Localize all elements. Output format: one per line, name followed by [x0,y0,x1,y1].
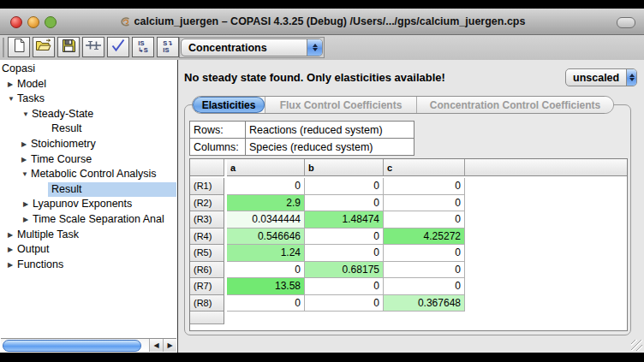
matrix-row-header: (R5) [190,245,224,262]
chevron-right-icon[interactable]: ▶ [8,258,17,273]
table-row: 0.54664604.25272 [227,228,465,246]
matrix-cell: 0 [305,228,384,246]
matrix-row-header: (R1) [190,178,224,195]
chevron-down-icon[interactable]: ▼ [21,167,31,182]
matrix-cell: 0 [384,245,465,262]
sidebar-item-time-course[interactable]: ▶Time Course [0,152,177,168]
sidebar-horizontal-scrollbar[interactable]: ◀ ▶ [1,338,176,352]
sidebar-item-label: Time Course [31,153,92,165]
is-to-s-button[interactable]: IS↳S [132,37,154,57]
chevron-right-icon[interactable]: ▶ [8,228,17,243]
elasticities-matrix: abc (R1)(R2)(R3)(R4)(R5)(R6)(R7)(R8) 000… [189,158,628,331]
matrix-cell: 0.68175 [305,262,384,279]
sidebar-item-copasi[interactable]: Copasi [0,62,177,77]
status-message: No steady state found. Only elasticities… [184,71,445,84]
matrix-cell: 0 [384,262,465,279]
tab-concentration-control-coefficients[interactable]: Concentration Control Coefficients [416,97,613,113]
rows-label: Rows: [190,122,246,139]
chevron-right-icon[interactable]: ▶ [21,152,31,168]
chevron-right-icon[interactable]: ▶ [21,137,31,152]
matrix-cell: 2.9 [227,195,305,212]
sidebar-item-multiple-task[interactable]: ▶Multiple Task [0,228,177,243]
scrollbar-thumb[interactable] [3,340,141,352]
stepper-arrows-icon[interactable] [626,69,636,86]
window-title: calcium_juergen – COPASI 4.3.25 (Debug) … [69,9,575,34]
matrix-row-header-filler [190,312,224,324]
matrix-cell: 0.367648 [384,295,465,312]
s-to-is-button[interactable]: S↴IS [157,37,179,57]
s-to-is-icon: S↴IS [163,40,172,54]
navigation-sidebar: Copasi▶Model▼Tasks▼Steady-StateResult▶St… [0,60,178,353]
matrix-row-header: (R6) [190,262,224,279]
minimize-button[interactable] [27,16,39,28]
columns-label: Columns: [190,139,246,156]
close-button[interactable] [10,16,22,28]
matrix-cell: 0.0344444 [227,211,305,228]
matrix-row-header: (R7) [190,278,224,295]
sidebar-item-stoichiometry[interactable]: ▶Stoichiometry [0,137,177,152]
scroll-right-arrow-icon[interactable]: ▶ [163,339,176,352]
sidebar-item-result[interactable]: Result [0,182,177,198]
sidebar-item-time-scale-separation-anal[interactable]: ▶Time Scale Separation Anal [0,212,177,228]
commit-button[interactable] [107,37,129,57]
main-content: No steady state found. Only elasticities… [178,60,644,353]
sidebar-item-tasks[interactable]: ▼Tasks [0,92,177,107]
scale-select-dropdown[interactable]: unscaled [565,68,637,86]
window-title-text: calcium_juergen – COPASI 4.3.25 (Debug) … [134,15,526,27]
sidebar-item-steady-state[interactable]: ▼Steady-State [0,107,177,122]
matrix-cell: 0 [384,195,465,212]
sidebar-item-label: Multiple Task [17,228,79,240]
titlebar: calcium_juergen – COPASI 4.3.25 (Debug) … [0,9,644,35]
matrix-cell: 0.546646 [227,228,305,246]
matrix-cell: 0 [305,178,384,195]
tab-flux-control-coefficients[interactable]: Flux Control Coefficients [265,97,416,113]
sidebar-item-label: Functions [17,258,63,270]
is-to-s-icon: IS↳S [138,40,147,54]
matrix-cell: 0 [384,211,465,228]
matrix-cell: 0 [305,278,384,295]
sidebar-item-model[interactable]: ▶Model [0,77,177,92]
matrix-cell: 0 [227,178,305,195]
sidebar-item-label: Stoichiometry [31,138,96,150]
new-file-button[interactable] [8,37,30,57]
matrix-row-header: (R2) [190,195,224,212]
toolbar: IS↳SS↴IS Concentrations [0,35,644,61]
tab-elasticities[interactable]: Elasticities [193,97,265,113]
chevron-down-icon[interactable]: ▼ [8,92,17,107]
chevron-right-icon[interactable]: ▶ [23,197,33,212]
scroll-left-arrow-icon[interactable]: ◀ [149,339,163,352]
sidebar-item-label: Output [17,243,50,255]
stepper-arrows-icon[interactable] [307,39,322,56]
zoom-button[interactable] [45,16,57,28]
view-select-dropdown[interactable]: Concentrations [181,39,323,56]
toolbar-toggle-lozenge[interactable] [617,17,635,28]
save-file-button[interactable] [57,37,80,57]
slider-button[interactable] [82,37,104,57]
new-document-icon [12,38,27,56]
matrix-cell: 13.58 [227,278,305,295]
sidebar-item-label: Steady-State [32,108,93,120]
app-window: calcium_juergen – COPASI 4.3.25 (Debug) … [0,9,644,353]
chevron-right-icon[interactable]: ▶ [8,242,17,258]
chevron-right-icon[interactable]: ▶ [23,212,33,228]
table-row: 000.367648 [227,295,465,312]
table-row: 1.2400 [227,245,465,262]
columns-value: Species (reduced system) [246,139,414,156]
sidebar-item-lyapunov-exponents[interactable]: ▶Lyapunov Exponents [0,197,177,212]
chevron-right-icon[interactable]: ▶ [8,77,17,92]
sidebar-item-functions[interactable]: ▶Functions [0,258,177,273]
sidebar-item-result[interactable]: Result [0,122,177,137]
matrix-row-header: (R3) [190,211,224,228]
matrix-cell: 1.24 [227,245,305,262]
sidebar-item-label: Lyapunov Exponents [33,198,132,210]
chevron-down-icon[interactable]: ▼ [22,107,32,122]
window-resize-grip[interactable] [631,340,642,351]
matrix-cell: 0 [305,245,384,262]
open-file-button[interactable] [33,37,55,57]
table-row: 13.5800 [227,278,465,295]
sidebar-item-output[interactable]: ▶Output [0,242,177,258]
sidebar-item-metabolic-control-analysis[interactable]: ▼Metabolic Control Analysis [0,167,177,182]
view-select-value: Concentrations [182,39,307,56]
scale-select-value: unscaled [566,69,626,86]
table-row: 00.681750 [227,262,465,279]
